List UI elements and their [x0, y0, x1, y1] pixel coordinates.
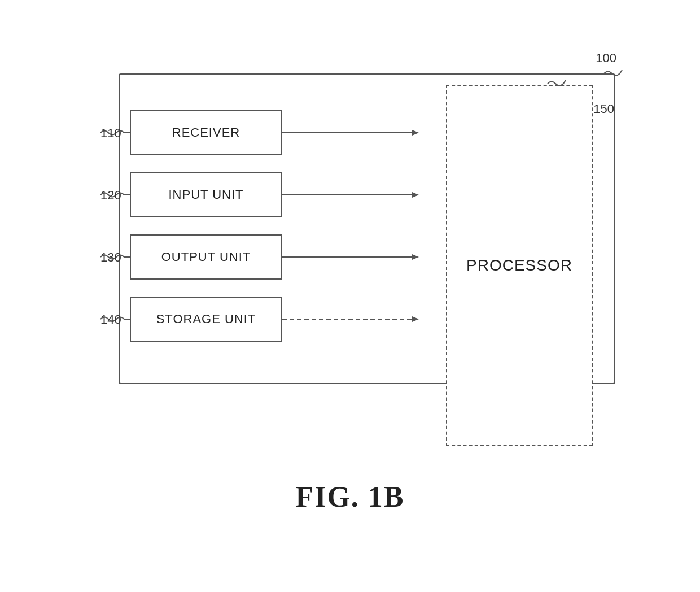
figure-caption: FIG. 1B [295, 480, 404, 513]
ref-label-140: 140 [100, 312, 121, 327]
canvas: 100 150 PROCESSOR [0, 0, 700, 592]
processor-box: PROCESSOR [446, 85, 593, 446]
label-150: 150 [593, 102, 614, 116]
ref-label-120: 120 [100, 188, 121, 203]
processor-label: PROCESSOR [466, 256, 572, 275]
receiver-label: RECEIVER [172, 125, 240, 140]
output-unit-box: OUTPUT UNIT [130, 234, 282, 280]
label-100: 100 [596, 51, 616, 66]
ref-label-130: 130 [100, 250, 121, 265]
input-unit-box: INPUT UNIT [130, 172, 282, 217]
diagram-area: 100 150 PROCESSOR [73, 45, 627, 469]
input-unit-label: INPUT UNIT [168, 188, 243, 202]
storage-unit-label: STORAGE UNIT [156, 312, 256, 327]
output-unit-label: OUTPUT UNIT [161, 250, 251, 264]
receiver-box: RECEIVER [130, 110, 282, 155]
ref-label-110: 110 [100, 126, 121, 141]
storage-unit-box: STORAGE UNIT [130, 297, 282, 342]
